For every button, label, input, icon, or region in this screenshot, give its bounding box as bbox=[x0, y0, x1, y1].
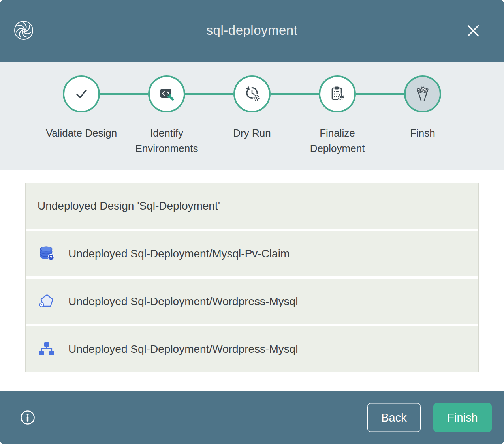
back-button[interactable]: Back bbox=[367, 403, 421, 432]
titlebar: sql-deployment bbox=[0, 0, 504, 62]
step-label: Identify Environments bbox=[130, 126, 203, 156]
sql-deployment-dialog: sql-deployment Validate Design bbox=[0, 0, 504, 444]
step-finalize-deployment: Finalize Deployment bbox=[295, 75, 380, 156]
results-area: Undeployed Design 'Sql-Deployment' ? Und… bbox=[0, 170, 504, 391]
info-icon[interactable] bbox=[19, 409, 36, 426]
clipboard-gear-icon bbox=[319, 75, 356, 112]
step-label: Finsh bbox=[410, 126, 435, 141]
result-row-design: Undeployed Design 'Sql-Deployment' bbox=[26, 183, 478, 229]
result-text: Undeployed Sql-Deployment/Wordpress-Mysq… bbox=[68, 343, 298, 356]
result-row-pv-claim: ? Undeployed Sql-Deployment/Mysql-Pv-Cla… bbox=[26, 231, 478, 276]
result-row-wordpress-mysql-tree: Undeployed Sql-Deployment/Wordpress-Mysq… bbox=[26, 326, 478, 372]
results-panel: Undeployed Design 'Sql-Deployment' ? Und… bbox=[25, 183, 479, 372]
step-label: Finalize Deployment bbox=[301, 126, 374, 156]
database-icon: ? bbox=[38, 245, 56, 263]
pentagon-icon bbox=[38, 292, 56, 311]
footer-bar: Back Finish bbox=[0, 391, 504, 444]
history-gear-icon bbox=[233, 75, 271, 112]
result-text: Undeployed Sql-Deployment/Mysql-Pv-Claim bbox=[68, 247, 290, 260]
result-text: Undeployed Design 'Sql-Deployment' bbox=[38, 200, 220, 212]
step-label: Dry Run bbox=[233, 126, 271, 141]
checkered-flags-icon bbox=[404, 75, 441, 112]
step-label: Validate Design bbox=[46, 126, 117, 141]
finish-button[interactable]: Finish bbox=[433, 403, 492, 432]
svg-text:?: ? bbox=[50, 255, 52, 259]
result-row-wordpress-mysql-config: Undeployed Sql-Deployment/Wordpress-Mysq… bbox=[26, 279, 478, 324]
step-identify-environments: Identify Environments bbox=[124, 75, 209, 156]
step-finish: Finsh bbox=[380, 75, 465, 156]
step-dry-run: Dry Run bbox=[209, 75, 295, 156]
result-text: Undeployed Sql-Deployment/Wordpress-Mysq… bbox=[68, 295, 298, 308]
wizard-stepper: Validate Design Identify Environments bbox=[0, 62, 504, 170]
tree-icon bbox=[38, 340, 56, 358]
dialog-title: sql-deployment bbox=[0, 23, 504, 38]
checkmark-icon bbox=[63, 75, 100, 112]
step-validate-design: Validate Design bbox=[39, 75, 124, 156]
footer-actions: Back Finish bbox=[367, 403, 492, 432]
code-wrench-icon bbox=[148, 75, 185, 112]
close-icon[interactable] bbox=[465, 23, 481, 39]
